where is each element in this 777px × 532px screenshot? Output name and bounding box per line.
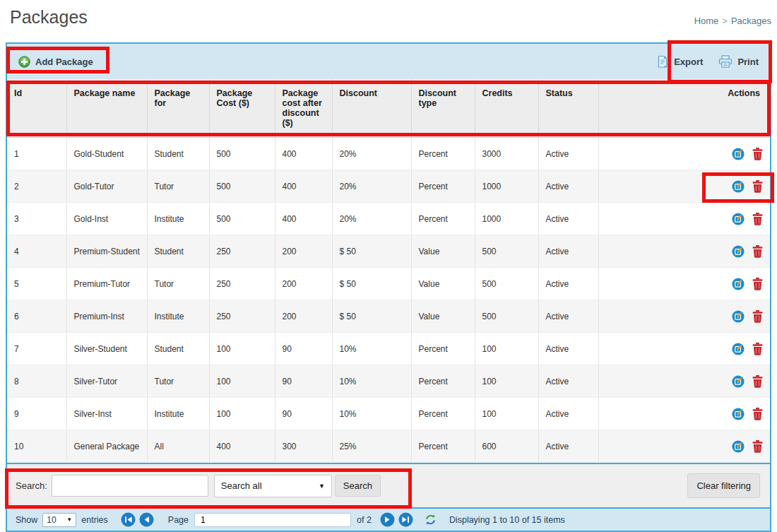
clear-filtering-button[interactable]: Clear filtering: [687, 473, 760, 498]
cell-status: Active: [538, 430, 598, 463]
delete-button[interactable]: [752, 278, 763, 290]
cell-discount: 10%: [332, 398, 411, 430]
cell-cost: 500: [209, 170, 275, 203]
page-title: Packages: [10, 7, 88, 28]
last-page-button[interactable]: [398, 512, 413, 527]
cell-cost: 250: [209, 235, 275, 268]
add-icon: [18, 56, 30, 68]
cell-discount_type: Percent: [411, 398, 475, 430]
actions-cell: [598, 365, 770, 398]
delete-icon: [752, 180, 763, 193]
cell-cost: 100: [209, 398, 275, 430]
cell-cost: 500: [209, 138, 275, 170]
column-header: Discount type: [411, 79, 475, 138]
search-input[interactable]: [52, 475, 208, 497]
breadcrumb: Home>Packages: [694, 16, 771, 26]
cell-discount_type: Percent: [411, 333, 475, 365]
chevron-down-icon: ▼: [319, 483, 325, 490]
cell-cost_after: 90: [275, 398, 332, 430]
cell-name: Premium-Student: [66, 235, 147, 268]
refresh-button[interactable]: [425, 514, 437, 526]
cell-discount_type: Percent: [411, 170, 475, 203]
table-row: 5Premium-TutorTutor250200$ 50Value500Act…: [7, 268, 770, 300]
column-header: Credits: [475, 79, 538, 138]
edit-button[interactable]: [732, 180, 745, 193]
first-page-button[interactable]: [121, 512, 136, 527]
cell-cost: 250: [209, 268, 275, 300]
next-page-button[interactable]: [380, 512, 395, 527]
cell-credits: 100: [475, 365, 538, 398]
delete-button[interactable]: [752, 148, 763, 160]
export-button[interactable]: Export: [656, 55, 703, 69]
cell-for: Institute: [147, 203, 209, 235]
edit-icon: [732, 375, 745, 388]
cell-status: Active: [538, 235, 598, 268]
cell-discount_type: Value: [411, 268, 475, 300]
delete-icon: [752, 310, 763, 323]
delete-button[interactable]: [752, 180, 763, 193]
edit-button[interactable]: [732, 245, 745, 258]
cell-id: 1: [7, 138, 66, 170]
edit-button[interactable]: [732, 148, 745, 160]
edit-button[interactable]: [732, 440, 745, 453]
export-label: Export: [674, 57, 703, 67]
cell-for: Tutor: [147, 170, 209, 203]
delete-button[interactable]: [752, 343, 763, 355]
cell-credits: 500: [475, 268, 538, 300]
cell-status: Active: [538, 300, 598, 333]
cell-cost_after: 400: [275, 138, 332, 170]
packages-table: IdPackage namePackage forPackage Cost ($…: [7, 79, 770, 463]
delete-button[interactable]: [752, 440, 763, 453]
table-row: 7Silver-StudentStudent1009010%Percent100…: [7, 333, 770, 365]
edit-button[interactable]: [732, 343, 745, 355]
cell-status: Active: [538, 203, 598, 235]
previous-page-button[interactable]: [139, 512, 154, 527]
entries-select[interactable]: 10 ▼: [42, 513, 76, 527]
cell-status: Active: [538, 398, 598, 430]
edit-button[interactable]: [732, 375, 745, 388]
cell-discount_type: Percent: [411, 430, 475, 463]
delete-button[interactable]: [752, 375, 763, 388]
edit-button[interactable]: [732, 310, 745, 323]
cell-name: Silver-Inst: [66, 398, 147, 430]
table-row: 8Silver-TutorTutor1009010%Percent100Acti…: [7, 365, 770, 398]
page-number-input[interactable]: [194, 513, 351, 527]
print-label: Print: [737, 57, 759, 67]
print-button[interactable]: Print: [718, 55, 759, 68]
print-icon: [718, 55, 732, 68]
actions-cell: [598, 333, 770, 365]
cell-credits: 500: [475, 235, 538, 268]
cell-name: Gold-Student: [66, 138, 147, 170]
column-header: Actions: [598, 79, 770, 138]
cell-name: Premium-Tutor: [66, 268, 147, 300]
search-button[interactable]: Search: [335, 475, 381, 497]
chevron-down-icon: ▼: [66, 516, 72, 523]
cell-status: Active: [538, 365, 598, 398]
cell-for: Student: [147, 235, 209, 268]
edit-button[interactable]: [732, 278, 745, 290]
cell-discount: 20%: [332, 203, 411, 235]
cell-name: Premium-Inst: [66, 300, 147, 333]
cell-name: General Package: [66, 430, 147, 463]
delete-button[interactable]: [752, 213, 763, 225]
edit-button[interactable]: [732, 213, 745, 225]
actions-cell: [598, 203, 770, 235]
table-header-row: IdPackage namePackage forPackage Cost ($…: [7, 79, 770, 138]
add-package-button[interactable]: Add Package: [18, 56, 93, 68]
cell-discount: $ 50: [332, 300, 411, 333]
edit-button[interactable]: [732, 408, 745, 420]
breadcrumb-home[interactable]: Home: [694, 16, 719, 26]
cell-discount: 25%: [332, 430, 411, 463]
cell-id: 10: [7, 430, 66, 463]
delete-button[interactable]: [752, 408, 763, 420]
cell-discount: 20%: [332, 170, 411, 203]
actions-cell: [598, 268, 770, 300]
cell-cost: 250: [209, 300, 275, 333]
delete-button[interactable]: [752, 245, 763, 258]
delete-button[interactable]: [752, 310, 763, 323]
cell-id: 4: [7, 235, 66, 268]
search-field-select[interactable]: Search all ▼: [214, 475, 332, 497]
table-row: 9Silver-InstInstitute1009010%Percent100A…: [7, 398, 770, 430]
edit-icon: [732, 245, 745, 258]
edit-icon: [732, 343, 745, 355]
